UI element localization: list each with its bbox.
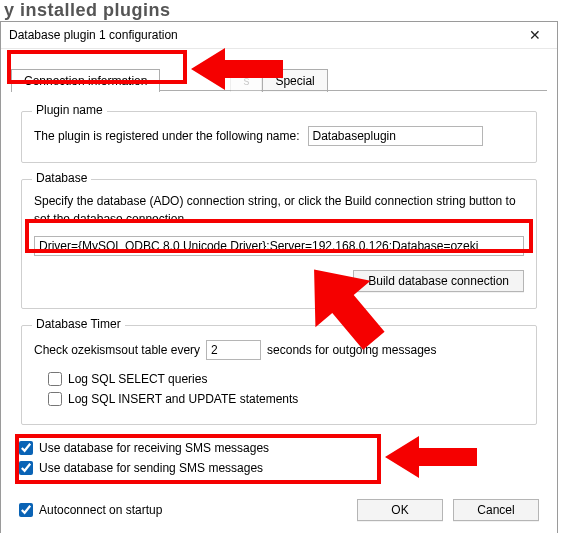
use-send-label: Use database for sending SMS messages — [39, 461, 263, 475]
autoconnect-label: Autoconnect on startup — [39, 503, 162, 517]
build-connection-button[interactable]: Build database connection — [353, 270, 524, 292]
titlebar: Database plugin 1 configuration ✕ — [1, 22, 557, 49]
tab-content: Plugin name The plugin is registered und… — [1, 91, 557, 491]
tab-obscured[interactable]: s — [230, 69, 262, 92]
use-receive-checkbox[interactable] — [19, 441, 33, 455]
log-select-checkbox[interactable] — [48, 372, 62, 386]
plugin-name-input[interactable] — [308, 126, 483, 146]
database-group: Database Specify the database (ADO) conn… — [21, 179, 537, 309]
database-timer-group: Database Timer Check ozekismsout table e… — [21, 325, 537, 425]
config-dialog: Database plugin 1 configuration ✕ Connec… — [0, 21, 558, 533]
use-receive-label: Use database for receiving SMS messages — [39, 441, 269, 455]
close-button[interactable]: ✕ — [513, 22, 557, 48]
tab-special[interactable]: Special — [262, 69, 327, 92]
tab-connection-information[interactable]: Connection information — [11, 69, 160, 92]
plugin-name-desc: The plugin is registered under the follo… — [34, 127, 300, 145]
log-select-label: Log SQL SELECT queries — [68, 372, 207, 386]
cancel-button[interactable]: Cancel — [453, 499, 539, 521]
use-send-checkbox[interactable] — [19, 461, 33, 475]
ok-button[interactable]: OK — [357, 499, 443, 521]
database-timer-legend: Database Timer — [32, 317, 125, 331]
timer-suffix-label: seconds for outgoing messages — [267, 343, 436, 357]
log-insert-update-checkbox[interactable] — [48, 392, 62, 406]
plugin-name-group: Plugin name The plugin is registered und… — [21, 111, 537, 163]
parent-window-title: y installed plugins — [0, 0, 561, 21]
window-title: Database plugin 1 configuration — [9, 28, 178, 42]
dialog-bottom-strip: Autoconnect on startup OK Cancel — [1, 491, 557, 533]
timer-prefix-label: Check ozekismsout table every — [34, 343, 200, 357]
connection-string-input[interactable] — [34, 236, 524, 256]
log-insert-update-label: Log SQL INSERT and UPDATE statements — [68, 392, 298, 406]
plugin-name-legend: Plugin name — [32, 103, 107, 117]
timer-interval-input[interactable] — [206, 340, 261, 360]
tab-strip: Connection information s Special — [1, 49, 557, 91]
autoconnect-checkbox[interactable] — [19, 503, 33, 517]
database-legend: Database — [32, 171, 91, 185]
database-desc: Specify the database (ADO) connection st… — [34, 192, 524, 228]
